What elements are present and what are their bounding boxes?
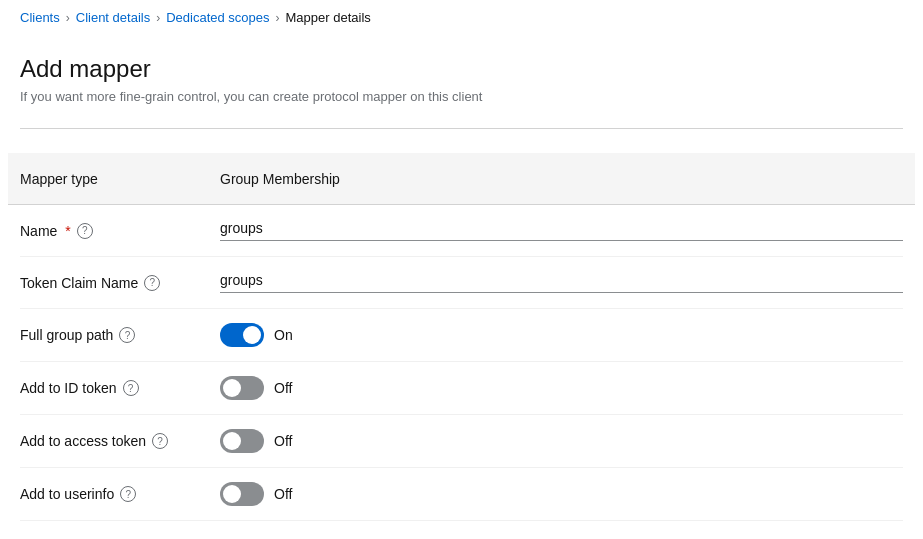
name-input-wrapper — [220, 220, 903, 241]
full-group-path-toggle[interactable] — [220, 323, 264, 347]
page-content: Add mapper If you want more fine-grain c… — [0, 35, 923, 539]
add-to-userinfo-toggle-wrapper: Off — [220, 482, 292, 506]
add-to-userinfo-slider — [220, 482, 264, 506]
mapper-type-value: Group Membership — [220, 171, 903, 187]
add-to-id-token-label: Add to ID token ? — [20, 380, 220, 396]
add-to-userinfo-row: Add to userinfo ? Off — [20, 468, 903, 521]
add-to-access-token-help-icon[interactable]: ? — [152, 433, 168, 449]
mapper-type-row: Mapper type Group Membership — [8, 153, 915, 205]
name-input[interactable] — [220, 220, 903, 236]
add-to-access-token-label: Add to access token ? — [20, 433, 220, 449]
token-claim-name-help-icon[interactable]: ? — [144, 275, 160, 291]
page-title: Add mapper — [20, 55, 903, 83]
full-group-path-status: On — [274, 327, 293, 343]
section-divider — [20, 128, 903, 129]
add-to-userinfo-toggle[interactable] — [220, 482, 264, 506]
add-to-id-token-row: Add to ID token ? Off — [20, 362, 903, 415]
add-to-access-token-slider — [220, 429, 264, 453]
full-group-path-toggle-wrapper: On — [220, 323, 293, 347]
mapper-type-label: Mapper type — [20, 171, 220, 187]
add-to-id-token-status: Off — [274, 380, 292, 396]
full-group-path-label: Full group path ? — [20, 327, 220, 343]
add-to-access-token-toggle-wrapper: Off — [220, 429, 292, 453]
add-to-access-token-status: Off — [274, 433, 292, 449]
breadcrumb-sep-2: › — [156, 11, 160, 25]
full-group-path-help-icon[interactable]: ? — [119, 327, 135, 343]
breadcrumb: Clients › Client details › Dedicated sco… — [0, 0, 923, 35]
mapper-form: Mapper type Group Membership Name * ? To… — [20, 153, 903, 521]
add-to-userinfo-status: Off — [274, 486, 292, 502]
breadcrumb-current: Mapper details — [286, 10, 371, 25]
breadcrumb-dedicated-scopes[interactable]: Dedicated scopes — [166, 10, 269, 25]
full-group-path-row: Full group path ? On — [20, 309, 903, 362]
page-subtitle: If you want more fine-grain control, you… — [20, 89, 903, 104]
breadcrumb-sep-1: › — [66, 11, 70, 25]
add-to-userinfo-help-icon[interactable]: ? — [120, 486, 136, 502]
token-claim-name-row: Token Claim Name ? — [20, 257, 903, 309]
token-claim-name-input[interactable] — [220, 272, 903, 288]
add-to-userinfo-label: Add to userinfo ? — [20, 486, 220, 502]
add-to-id-token-toggle-wrapper: Off — [220, 376, 292, 400]
token-claim-name-label: Token Claim Name ? — [20, 275, 220, 291]
name-required-mark: * — [65, 223, 70, 239]
breadcrumb-client-details[interactable]: Client details — [76, 10, 150, 25]
add-to-id-token-help-icon[interactable]: ? — [123, 380, 139, 396]
breadcrumb-clients[interactable]: Clients — [20, 10, 60, 25]
token-claim-name-input-wrapper — [220, 272, 903, 293]
name-help-icon[interactable]: ? — [77, 223, 93, 239]
full-group-path-slider — [220, 323, 264, 347]
name-label: Name * ? — [20, 223, 220, 239]
add-to-id-token-toggle[interactable] — [220, 376, 264, 400]
add-to-access-token-toggle[interactable] — [220, 429, 264, 453]
name-row: Name * ? — [20, 205, 903, 257]
add-to-access-token-row: Add to access token ? Off — [20, 415, 903, 468]
breadcrumb-sep-3: › — [276, 11, 280, 25]
add-to-id-token-slider — [220, 376, 264, 400]
